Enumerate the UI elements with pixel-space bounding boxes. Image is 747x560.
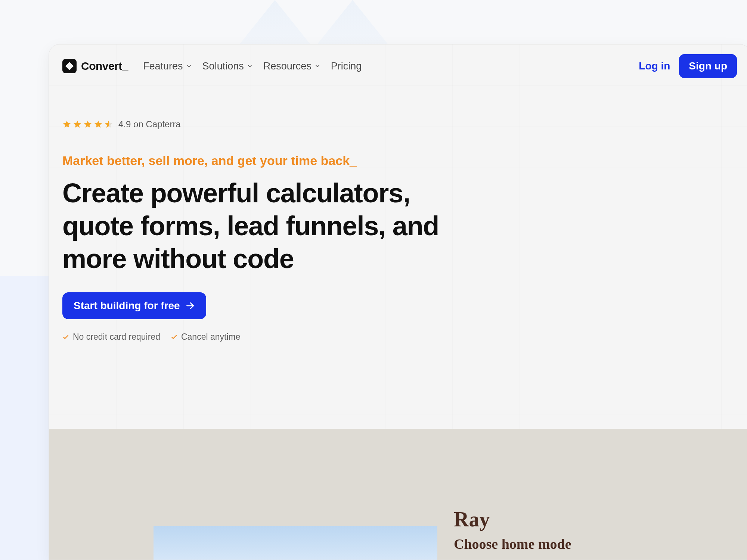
rating-text: 4.9 on Capterra xyxy=(118,119,181,130)
app-window: Convert_ Features Solutions Resources xyxy=(49,44,747,560)
cta-label: Start building for free xyxy=(74,300,180,312)
signup-button[interactable]: Sign up xyxy=(679,54,737,78)
brand-name: Convert xyxy=(81,60,122,72)
nav-item-features[interactable]: Features xyxy=(143,60,192,72)
star-rating xyxy=(62,120,113,129)
nav-item-label: Pricing xyxy=(331,60,362,72)
hero-headline: Create powerful calculators, quote forms… xyxy=(62,177,458,275)
chevron-down-icon xyxy=(247,63,253,69)
check-icon xyxy=(62,334,69,340)
check-icon xyxy=(171,334,177,340)
top-nav: Convert_ Features Solutions Resources xyxy=(49,44,747,88)
svg-marker-1 xyxy=(74,121,81,128)
lower-panel: Ray Choose home mode xyxy=(49,429,747,560)
nav-item-label: Solutions xyxy=(202,60,244,72)
star-icon xyxy=(94,120,103,129)
hero-tagline: Market better, sell more, and get your t… xyxy=(62,153,737,168)
bullet-label: No credit card required xyxy=(73,332,160,342)
svg-marker-3 xyxy=(94,121,102,128)
brand-suffix: _ xyxy=(122,60,128,72)
nav-item-solutions[interactable]: Solutions xyxy=(202,60,253,72)
chevron-down-icon xyxy=(314,63,320,69)
bullet-item: Cancel anytime xyxy=(171,332,241,342)
star-icon xyxy=(62,120,71,129)
nav-links: Features Solutions Resources Pricing xyxy=(143,60,362,72)
rating-row: 4.9 on Capterra xyxy=(62,119,737,130)
chevron-down-icon xyxy=(186,63,192,69)
nav-item-label: Features xyxy=(143,60,183,72)
cta-start-building-button[interactable]: Start building for free xyxy=(62,292,206,319)
star-icon xyxy=(73,120,82,129)
svg-marker-2 xyxy=(84,121,92,128)
lower-title: Ray xyxy=(454,507,571,531)
nav-item-resources[interactable]: Resources xyxy=(263,60,320,72)
arrow-right-icon xyxy=(185,301,195,311)
logo-icon xyxy=(62,59,77,73)
svg-marker-0 xyxy=(63,121,71,128)
lower-subtitle: Choose home mode xyxy=(454,536,571,552)
svg-marker-4 xyxy=(105,121,112,128)
bullet-item: No credit card required xyxy=(62,332,160,342)
nav-item-label: Resources xyxy=(263,60,311,72)
brand-logo[interactable]: Convert_ xyxy=(62,59,128,73)
illustration-placeholder xyxy=(154,526,437,560)
bullet-label: Cancel anytime xyxy=(181,332,241,342)
login-link[interactable]: Log in xyxy=(639,60,670,72)
star-icon xyxy=(83,120,92,129)
hero-section: 4.9 on Capterra Market better, sell more… xyxy=(49,88,747,342)
lower-panel-content: Ray Choose home mode xyxy=(454,507,571,552)
nav-right: Log in Sign up xyxy=(639,54,737,78)
nav-item-pricing[interactable]: Pricing xyxy=(331,60,362,72)
cta-bullets: No credit card required Cancel anytime xyxy=(62,332,737,342)
star-half-icon xyxy=(104,120,113,129)
